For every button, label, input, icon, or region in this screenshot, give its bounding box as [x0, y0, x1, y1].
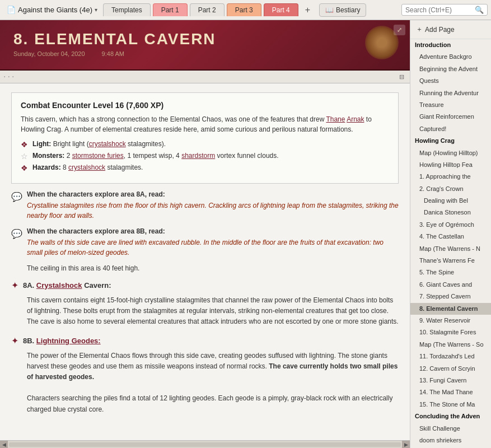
add-page-label: Add Page: [425, 26, 455, 34]
stat-light-label: Light:: [32, 140, 51, 148]
sidebar-item-7[interactable]: Captured!: [410, 123, 491, 135]
sidebar-item-5[interactable]: Treasure: [410, 99, 491, 111]
chat-icon-8b: 💬: [11, 228, 22, 258]
bestiary-tab[interactable]: 📖 Bestiary: [319, 3, 366, 17]
sidebar-nav[interactable]: IntroductionAdventure BackgroBeginning t…: [410, 39, 491, 448]
sidebar-item-25[interactable]: Map (The Warrens - So: [410, 339, 491, 351]
encounter-desc: This cavern, which has a strong connecti…: [21, 114, 389, 134]
chapter-date-text: Sunday, October 04, 2020: [13, 50, 85, 57]
section-8a-suffix: Cavern:: [84, 281, 111, 290]
section-8b-body: The power of the Elemental Chaos flows t…: [27, 351, 399, 415]
stat-light: ❖ Light: Bright light (crystalshock stal…: [21, 140, 389, 149]
scroll-left-arrow[interactable]: ◀: [0, 441, 8, 449]
encounter-title: Combat Encounter Level 16 (7,600 XP): [21, 101, 389, 110]
section-star-8a: ✦: [11, 280, 18, 291]
sidebar-item-27[interactable]: 12. Cavern of Scryin: [410, 363, 491, 375]
sidebar-item-28[interactable]: 13. Fungi Cavern: [410, 375, 491, 386]
book-icon: 📄: [7, 6, 16, 14]
section-8b-header: ✦ 8B. Lightning Geodes:: [11, 335, 399, 346]
tab-part3[interactable]: Part 3: [227, 3, 261, 16]
sidebar-toggle[interactable]: ⊟: [397, 72, 406, 82]
search-icon: 🔍: [475, 6, 484, 14]
section-8a-header: ✦ 8A. Crystalshock Cavern:: [11, 280, 399, 291]
crystalshock-link-2[interactable]: crystalshock: [68, 164, 105, 171]
sidebar-item-26[interactable]: 11. Tordazahd's Led: [410, 351, 491, 362]
sidebar-item-8[interactable]: Howling Crag: [410, 135, 491, 147]
tab-part1[interactable]: Part 1: [153, 3, 188, 16]
scroll-right-arrow[interactable]: ▶: [402, 441, 410, 449]
tab-part2[interactable]: Part 2: [190, 3, 225, 16]
sidebar-item-20[interactable]: 6. Giant Caves and: [410, 279, 491, 291]
stat-bullet-monsters: ☆: [21, 152, 28, 161]
sidebar-item-22[interactable]: 8. Elemental Cavern: [410, 303, 491, 315]
read-aloud-8a-text: Crystalline stalagmites rise from the fl…: [27, 200, 399, 221]
tab-templates[interactable]: Templates: [103, 3, 151, 16]
sidebar-item-10[interactable]: Howling Hilltop Fea: [410, 159, 491, 171]
stat-monsters-value: 2 stormstone furies, 1 tempest wisp, 4 s…: [67, 152, 279, 160]
crystalshock-link-1[interactable]: crystalshock: [89, 140, 126, 148]
sidebar-item-30[interactable]: 15. The Stone of Ma: [410, 399, 491, 410]
page-inner: Combat Encounter Level 16 (7,600 XP) Thi…: [0, 83, 410, 431]
app-icon: 📄 Against the Giants (4e) ▾: [3, 4, 101, 15]
shardstorm-link[interactable]: shardstorm: [181, 152, 215, 160]
stat-hazards-label: Hazards:: [32, 164, 61, 171]
sidebar-item-21[interactable]: 7. Stepped Cavern: [410, 291, 491, 302]
sidebar-item-4[interactable]: Running the Adventur: [410, 87, 491, 99]
right-sidebar: ＋ Add Page IntroductionAdventure Backgro…: [410, 20, 491, 448]
encounter-box: Combat Encounter Level 16 (7,600 XP) Thi…: [11, 92, 399, 184]
section-8b-title: 8B. Lightning Geodes:: [23, 337, 101, 345]
content-area: 8. Elemental Cavern Sunday, October 04, …: [0, 20, 410, 448]
stat-light-value: Bright light (crystalshock stalagmites).: [53, 140, 166, 148]
stat-bullet-hazards: ❖: [21, 164, 28, 172]
sidebar-item-18[interactable]: Thane's Warrens Fe: [410, 255, 491, 267]
arnak-link[interactable]: Arnak: [347, 115, 364, 123]
section-8b-bold: The cave currently holds two small piles…: [27, 362, 398, 381]
search-box: 🔍: [401, 4, 488, 16]
sidebar-item-9[interactable]: Map (Howling Hilltop): [410, 147, 491, 159]
content-toolbar: ··· ⊟: [0, 71, 410, 83]
sidebar-item-29[interactable]: 14. The Mad Thane: [410, 386, 491, 398]
sidebar-item-23[interactable]: 9. Water Reservoir: [410, 315, 491, 326]
stormstone-link[interactable]: stormstone furies: [72, 152, 124, 160]
sidebar-item-3[interactable]: Quests: [410, 75, 491, 87]
sidebar-item-14[interactable]: Danica Stoneson: [410, 207, 491, 218]
sidebar-item-24[interactable]: 10. Stalagmite Fores: [410, 326, 491, 338]
page-content[interactable]: Combat Encounter Level 16 (7,600 XP) Thi…: [0, 83, 410, 440]
section-8a-title: 8A. Crystalshock Cavern:: [23, 281, 111, 290]
toolbar-dots: ···: [3, 72, 16, 82]
add-page-button[interactable]: ＋ Add Page: [410, 20, 491, 39]
bestiary-label: Bestiary: [336, 6, 360, 14]
thane-link[interactable]: Thane: [326, 115, 345, 123]
stat-hazards-value: 8 crystalshock stalagmites.: [63, 164, 143, 171]
topbar: 📄 Against the Giants (4e) ▾ Templates Pa…: [0, 0, 491, 20]
tab-part4[interactable]: Part 4: [264, 3, 298, 16]
chapter-header: 8. Elemental Cavern Sunday, October 04, …: [0, 20, 410, 71]
sidebar-item-11[interactable]: 1. Approaching the: [410, 171, 491, 183]
sidebar-item-32[interactable]: Skill Challenge: [410, 423, 491, 435]
sidebar-item-31[interactable]: Concluding the Adven: [410, 410, 491, 422]
app-dropdown-arrow[interactable]: ▾: [95, 7, 97, 13]
expand-button[interactable]: ⤢: [394, 25, 405, 35]
sidebar-item-13[interactable]: Dealing with Bel: [410, 195, 491, 207]
sidebar-item-6[interactable]: Giant Reinforcemen: [410, 111, 491, 123]
sidebar-item-2[interactable]: Beginning the Advent: [410, 63, 491, 75]
scroll-track-horizontal[interactable]: [9, 442, 401, 447]
read-aloud-8a-prompt: When the characters explore area 8A, rea…: [27, 190, 399, 198]
sidebar-item-0[interactable]: Introduction: [410, 39, 491, 51]
add-tab-button[interactable]: +: [301, 3, 315, 17]
read-aloud-8b: 💬 When the characters explore area 8B, r…: [11, 227, 399, 258]
sidebar-item-19[interactable]: 5. The Spine: [410, 267, 491, 278]
main-layout: 8. Elemental Cavern Sunday, October 04, …: [0, 20, 491, 448]
lightning-geodes-link[interactable]: Lightning Geodes:: [36, 337, 101, 345]
bestiary-icon: 📖: [325, 6, 334, 14]
stat-monsters-label: Monsters:: [32, 152, 64, 160]
sidebar-item-15[interactable]: 3. Eye of Ogrémoch: [410, 219, 491, 231]
sidebar-item-12[interactable]: 2. Crag's Crown: [410, 183, 491, 195]
sidebar-item-33[interactable]: doom shriekers: [410, 435, 491, 446]
sidebar-item-1[interactable]: Adventure Backgro: [410, 51, 491, 63]
sidebar-item-16[interactable]: 4. The Castellan: [410, 231, 491, 242]
sidebar-item-17[interactable]: Map (The Warrens - N: [410, 243, 491, 255]
section-8b-prefix: 8B.: [23, 337, 34, 345]
search-input[interactable]: [405, 6, 473, 14]
crystalshock-section-link[interactable]: Crystalshock: [36, 281, 82, 290]
